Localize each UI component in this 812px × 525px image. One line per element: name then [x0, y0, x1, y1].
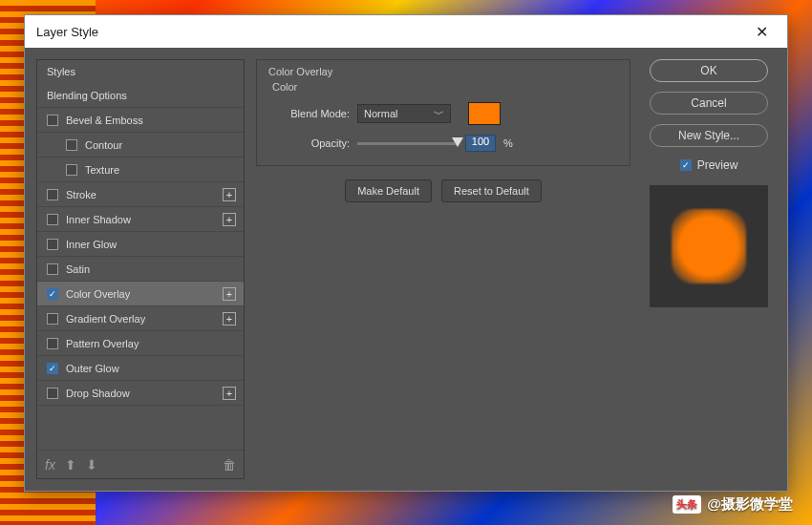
style-item-label: Contour [85, 139, 122, 151]
style-item-texture[interactable]: Texture [37, 158, 244, 182]
style-item-label: Inner Shadow [66, 214, 131, 225]
make-default-button[interactable]: Make Default [345, 179, 432, 202]
preview-checkbox[interactable]: ✓ [680, 159, 692, 171]
new-style-button[interactable]: New Style... [650, 124, 768, 147]
checkbox[interactable]: ✓ [47, 363, 58, 374]
opacity-label: Opacity: [268, 137, 350, 149]
dialog-title: Layer Style [36, 25, 98, 39]
blend-mode-value: Normal [364, 108, 397, 119]
chevron-down-icon: ﹀ [434, 107, 444, 121]
plus-icon[interactable]: + [223, 188, 236, 201]
style-item-label: Pattern Overlay [66, 338, 139, 349]
style-item-outer-glow[interactable]: ✓Outer Glow [37, 356, 244, 381]
checkbox[interactable] [66, 139, 77, 151]
plus-icon[interactable]: + [223, 387, 236, 400]
style-item-inner-shadow[interactable]: Inner Shadow+ [37, 207, 244, 232]
opacity-unit: % [503, 137, 513, 149]
style-item-label: Stroke [66, 189, 96, 200]
style-item-label: Texture [85, 164, 119, 176]
fx-icon[interactable]: fx [45, 457, 55, 472]
blend-mode-label: Blend Mode: [268, 108, 350, 119]
settings-panel: Color Overlay Color Blend Mode: Normal ﹀… [256, 59, 630, 479]
watermark-badge: 头条 [673, 495, 701, 514]
styles-list: Blending OptionsBevel & EmbossContourTex… [37, 83, 244, 450]
plus-icon[interactable]: + [223, 287, 236, 301]
plus-icon[interactable]: + [223, 213, 236, 226]
color-swatch[interactable] [468, 102, 501, 125]
styles-panel: Styles Blending OptionsBevel & EmbossCon… [36, 59, 245, 479]
preview-box [650, 185, 768, 307]
styles-header: Styles [37, 60, 244, 83]
checkbox[interactable] [47, 263, 58, 275]
checkbox[interactable] [47, 115, 58, 126]
style-item-color-overlay[interactable]: ✓Color Overlay+ [37, 282, 244, 306]
arrow-down-icon[interactable]: ⬇ [86, 457, 97, 472]
preview-label: Preview [697, 158, 738, 172]
preview-toggle[interactable]: ✓ Preview [680, 158, 738, 172]
style-item-blending-options[interactable]: Blending Options [37, 83, 244, 108]
plus-icon[interactable]: + [223, 312, 236, 326]
close-icon[interactable]: ✕ [748, 19, 776, 45]
color-overlay-group: Color Overlay Color Blend Mode: Normal ﹀… [256, 59, 630, 166]
checkbox[interactable]: ✓ [47, 288, 58, 300]
style-item-label: Inner Glow [66, 239, 117, 250]
style-item-inner-glow[interactable]: Inner Glow [37, 232, 244, 257]
style-item-stroke[interactable]: Stroke+ [37, 182, 244, 207]
group-title: Color Overlay [268, 66, 618, 77]
reset-default-button[interactable]: Reset to Default [441, 179, 542, 202]
style-item-label: Drop Shadow [66, 388, 130, 399]
style-item-label: Color Overlay [66, 288, 130, 300]
titlebar: Layer Style ✕ [25, 15, 787, 48]
style-item-contour[interactable]: Contour [37, 133, 244, 158]
right-column: OK Cancel New Style... ✓ Preview [642, 59, 776, 479]
style-item-label: Blending Options [47, 90, 127, 101]
checkbox[interactable] [47, 388, 58, 399]
style-item-gradient-overlay[interactable]: Gradient Overlay+ [37, 306, 244, 331]
style-item-label: Gradient Overlay [66, 313, 145, 325]
watermark: 头条 @摄影微学堂 [673, 495, 793, 514]
style-item-label: Satin [66, 263, 90, 275]
style-item-satin[interactable]: Satin [37, 257, 244, 282]
checkbox[interactable] [66, 164, 77, 176]
cancel-button[interactable]: Cancel [650, 92, 768, 115]
checkbox[interactable] [47, 239, 58, 250]
checkbox[interactable] [47, 338, 58, 349]
style-item-drop-shadow[interactable]: Drop Shadow+ [37, 381, 244, 406]
dialog-body: Styles Blending OptionsBevel & EmbossCon… [25, 48, 787, 491]
checkbox[interactable] [47, 189, 58, 200]
ok-button[interactable]: OK [650, 59, 768, 82]
trash-icon[interactable]: 🗑 [223, 457, 236, 472]
style-item-label: Outer Glow [66, 363, 119, 374]
arrow-up-icon[interactable]: ⬆ [65, 457, 76, 472]
opacity-slider[interactable] [357, 142, 458, 145]
watermark-text: @摄影微学堂 [707, 495, 793, 514]
styles-footer: fx ⬆ ⬇ 🗑 [37, 450, 244, 478]
layer-style-dialog: Layer Style ✕ Styles Blending OptionsBev… [24, 14, 788, 492]
style-item-pattern-overlay[interactable]: Pattern Overlay [37, 331, 244, 356]
preview-shape [672, 209, 746, 284]
blend-mode-dropdown[interactable]: Normal ﹀ [357, 104, 451, 123]
checkbox[interactable] [47, 214, 58, 225]
slider-thumb-icon[interactable] [452, 137, 463, 147]
color-subgroup-label: Color [272, 81, 618, 93]
style-item-label: Bevel & Emboss [66, 115, 143, 126]
opacity-input[interactable]: 100 [465, 135, 496, 152]
style-item-bevel-emboss[interactable]: Bevel & Emboss [37, 108, 244, 133]
checkbox[interactable] [47, 313, 58, 325]
